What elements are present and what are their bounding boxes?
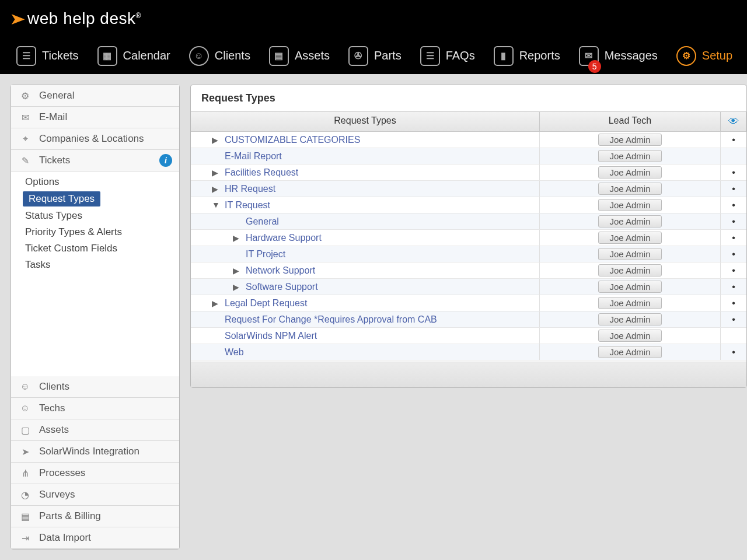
lead-tech-cell: Joe Admin <box>540 132 721 148</box>
sidebar-item-tickets[interactable]: ✎Ticketsi <box>11 150 179 172</box>
nav-help[interactable]: ?Help <box>743 41 747 71</box>
sidebar-sub-options[interactable]: Options <box>11 174 179 190</box>
request-type-name-cell[interactable]: ▶Software Support <box>191 279 540 295</box>
lead-tech-cell: Joe Admin <box>540 279 721 295</box>
request-type-row[interactable]: ▶Hardware SupportJoe Admin• <box>191 230 746 246</box>
sidebar-sub-priority-types-alerts[interactable]: Priority Types & Alerts <box>11 224 179 240</box>
lead-tech-button[interactable]: Joe Admin <box>598 134 661 146</box>
request-type-name-cell[interactable]: General <box>191 214 540 229</box>
parts-icon: ✇ <box>348 46 368 66</box>
sidebar-item-companies-locations[interactable]: ⌖Companies & Locations <box>11 128 179 150</box>
expand-icon[interactable]: ▶ <box>233 266 241 275</box>
request-type-name-cell[interactable]: IT Project <box>191 246 540 262</box>
assets-icon: ▢ <box>18 423 32 437</box>
expand-icon[interactable]: ▶ <box>212 299 220 308</box>
lead-tech-button[interactable]: Joe Admin <box>598 330 661 342</box>
request-type-row[interactable]: WebJoe Admin• <box>191 344 746 360</box>
lead-tech-cell: Joe Admin <box>540 197 721 213</box>
nav-faqs[interactable]: ☰FAQs <box>412 41 483 71</box>
lead-tech-button[interactable]: Joe Admin <box>598 313 661 326</box>
sidebar-item-solarwinds-integration[interactable]: ➤SolarWinds Integration <box>11 441 179 463</box>
nav-assets[interactable]: ▤Assets <box>261 41 338 71</box>
request-type-label: SolarWinds NPM Alert <box>225 331 317 341</box>
request-type-row[interactable]: ▼IT RequestJoe Admin• <box>191 197 746 214</box>
request-type-label: Web <box>225 347 244 358</box>
expand-icon[interactable]: ▶ <box>212 184 220 194</box>
col-header-visibility-icon: 👁 <box>721 112 746 131</box>
lead-tech-button[interactable]: Joe Admin <box>598 264 661 276</box>
lead-tech-button[interactable]: Joe Admin <box>598 150 661 162</box>
nav-parts[interactable]: ✇Parts <box>340 41 410 71</box>
nav-tickets[interactable]: ☰Tickets <box>8 41 87 71</box>
request-type-row[interactable]: ▶Legal Dept RequestJoe Admin• <box>191 295 746 312</box>
expand-icon[interactable]: ▶ <box>212 168 220 177</box>
sidebar-item-processes[interactable]: ⋔Processes <box>11 463 179 484</box>
nav-calendar[interactable]: ▦Calendar <box>89 41 179 71</box>
lead-tech-button[interactable]: Joe Admin <box>598 232 661 244</box>
expand-icon[interactable]: ▶ <box>212 135 220 145</box>
nav-reports[interactable]: ▮Reports <box>486 41 568 71</box>
sidebar-item-e-mail[interactable]: ✉E-Mail <box>11 107 179 128</box>
request-type-row[interactable]: Request For Change *Requires Approval fr… <box>191 312 746 328</box>
sidebar-item-general[interactable]: ⚙General <box>11 85 179 107</box>
calendar-icon: ▦ <box>97 46 117 66</box>
request-type-name-cell[interactable]: Request For Change *Requires Approval fr… <box>191 312 540 327</box>
request-type-name-cell[interactable]: E-Mail Report <box>191 148 540 164</box>
lead-tech-button[interactable]: Joe Admin <box>598 346 661 358</box>
request-type-label: E-Mail Report <box>225 151 282 162</box>
sidebar-item-parts-billing[interactable]: ▤Parts & Billing <box>11 506 179 527</box>
lead-tech-button[interactable]: Joe Admin <box>598 248 661 260</box>
nav-setup[interactable]: ⚙Setup <box>668 41 741 71</box>
sidebar-sub-ticket-custom-fields[interactable]: Ticket Custom Fields <box>11 240 179 257</box>
expand-icon[interactable]: ▶ <box>233 282 241 292</box>
request-type-row[interactable]: SolarWinds NPM AlertJoe Admin <box>191 328 746 344</box>
request-type-row[interactable]: GeneralJoe Admin• <box>191 214 746 230</box>
request-type-name-cell[interactable]: ▶HR Request <box>191 181 540 197</box>
lead-tech-button[interactable]: Joe Admin <box>598 166 661 178</box>
lead-tech-button[interactable]: Joe Admin <box>598 281 661 293</box>
request-type-name-cell[interactable]: ▼IT Request <box>191 197 540 213</box>
col-header-tech: Lead Tech <box>540 112 721 131</box>
lead-tech-button[interactable]: Joe Admin <box>598 199 661 211</box>
request-type-name-cell[interactable]: SolarWinds NPM Alert <box>191 328 540 344</box>
sidebar-item-clients[interactable]: ☺Clients <box>11 376 179 398</box>
expand-icon[interactable]: ▶ <box>233 233 241 243</box>
sidebar-item-techs[interactable]: ☺Techs <box>11 398 179 419</box>
request-type-name-cell[interactable]: ▶CUSTOMIZABLE CATEGORIES <box>191 132 540 148</box>
collapse-icon[interactable]: ▼ <box>212 200 220 209</box>
visibility-dot <box>721 148 746 164</box>
sidebar-sub-tasks[interactable]: Tasks <box>11 257 179 273</box>
lead-tech-button[interactable]: Joe Admin <box>598 215 661 228</box>
tickets-icon: ✎ <box>18 153 32 167</box>
request-type-row[interactable]: E-Mail ReportJoe Admin <box>191 148 746 164</box>
request-type-row[interactable]: IT ProjectJoe Admin• <box>191 246 746 262</box>
request-type-name-cell[interactable]: ▶Legal Dept Request <box>191 295 540 311</box>
lead-tech-cell: Joe Admin <box>540 246 721 262</box>
request-type-row[interactable]: ▶Facilities RequestJoe Admin• <box>191 164 746 181</box>
sidebar-item-label: Surveys <box>39 489 75 501</box>
parts-billing-icon: ▤ <box>18 509 32 523</box>
info-icon[interactable]: i <box>159 154 172 167</box>
lead-tech-button[interactable]: Joe Admin <box>598 183 661 195</box>
lead-tech-cell: Joe Admin <box>540 328 721 344</box>
nav-messages[interactable]: ✉Messages5 <box>571 41 666 71</box>
sidebar-item-assets[interactable]: ▢Assets <box>11 419 179 441</box>
lead-tech-cell: Joe Admin <box>540 214 721 229</box>
request-type-row[interactable]: ▶CUSTOMIZABLE CATEGORIESJoe Admin• <box>191 132 746 148</box>
request-type-name-cell[interactable]: ▶Hardware Support <box>191 230 540 246</box>
request-type-row[interactable]: ▶HR RequestJoe Admin• <box>191 181 746 197</box>
request-type-row[interactable]: ▶Network SupportJoe Admin• <box>191 262 746 279</box>
lead-tech-button[interactable]: Joe Admin <box>598 297 661 309</box>
request-type-row[interactable]: ▶Software SupportJoe Admin• <box>191 279 746 295</box>
request-type-name-cell[interactable]: ▶Facilities Request <box>191 164 540 180</box>
sidebar-item-surveys[interactable]: ◔Surveys <box>11 484 179 506</box>
sidebar-sub-request-types[interactable]: Request Types <box>23 191 100 206</box>
request-type-label: Network Support <box>246 265 315 276</box>
sidebar-item-data-import[interactable]: ⇥Data Import <box>11 527 179 549</box>
setup-icon: ⚙ <box>676 46 696 66</box>
request-type-name-cell[interactable]: Web <box>191 344 540 360</box>
top-nav: ☰Tickets▦Calendar☺Clients▤Assets✇Parts☰F… <box>0 37 747 74</box>
nav-clients[interactable]: ☺Clients <box>181 41 259 71</box>
request-type-name-cell[interactable]: ▶Network Support <box>191 262 540 278</box>
sidebar-sub-status-types[interactable]: Status Types <box>11 208 179 224</box>
